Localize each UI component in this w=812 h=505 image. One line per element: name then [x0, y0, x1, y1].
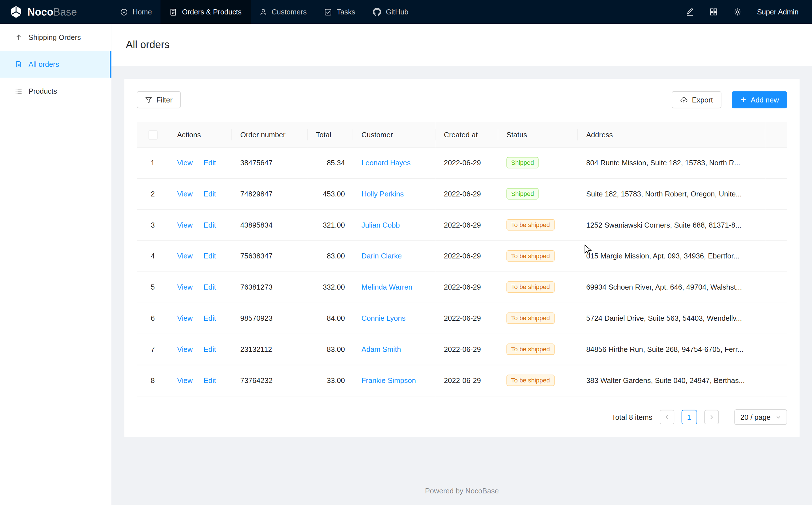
edit-link[interactable]: Edit — [204, 376, 216, 384]
edit-link[interactable]: Edit — [204, 345, 216, 353]
table-row: 8 ViewEdit 73764232 33.00 Frankie Simpso… — [137, 365, 787, 396]
divider — [198, 315, 198, 323]
customer-link[interactable]: Holly Perkins — [361, 190, 404, 198]
address-cell: 5724 Daniel Drive, Suite 563, 54403, Wen… — [578, 303, 766, 334]
highlighter-icon[interactable] — [686, 8, 694, 16]
edit-link[interactable]: Edit — [204, 159, 216, 167]
nocobase-logo[interactable]: NocoBase — [0, 5, 111, 19]
github-icon — [373, 8, 381, 16]
view-link[interactable]: View — [177, 159, 193, 167]
sidebar-item-shipping-orders[interactable]: Shipping Orders — [0, 24, 111, 51]
status-badge: To be shipped — [506, 375, 555, 386]
page-title: All orders — [126, 39, 170, 51]
sidebar-item-label: Shipping Orders — [29, 33, 81, 41]
created-at-cell: 2022-06-29 — [436, 365, 498, 396]
page-size-value: 20 / page — [741, 413, 771, 421]
filter-button[interactable]: Filter — [137, 91, 181, 108]
address-cell: 69934 Schoen River, Apt. 646, 49704, Wal… — [578, 272, 766, 303]
nav-tasks-label: Tasks — [337, 8, 355, 16]
nav-orders-products-label: Orders & Products — [182, 8, 242, 16]
edit-link[interactable]: Edit — [204, 314, 216, 322]
sidebar-item-products[interactable]: Products — [0, 78, 111, 105]
main-area: All orders Filter — [111, 24, 812, 505]
sidebar-item-all-orders[interactable]: All orders — [0, 51, 111, 77]
view-link[interactable]: View — [177, 252, 193, 260]
row-index-cell: 7 — [137, 334, 169, 365]
customer-link[interactable]: Frankie Simpson — [361, 376, 416, 384]
divider — [198, 346, 198, 354]
topbar: NocoBase Home Orders & Products Customer… — [0, 0, 812, 24]
status-badge: Shipped — [506, 157, 539, 168]
total-cell: 84.00 — [307, 303, 353, 334]
edit-link[interactable]: Edit — [204, 283, 216, 291]
view-link[interactable]: View — [177, 283, 193, 291]
divider — [198, 222, 198, 229]
view-link[interactable]: View — [177, 221, 193, 229]
nav-home-label: Home — [133, 8, 152, 16]
topbar-right: Super Admin — [686, 8, 812, 16]
view-link[interactable]: View — [177, 345, 193, 353]
view-link[interactable]: View — [177, 190, 193, 198]
page-1-button[interactable]: 1 — [681, 409, 697, 424]
plus-icon — [740, 96, 747, 103]
add-new-button[interactable]: Add new — [731, 91, 787, 108]
order-file-icon — [15, 60, 22, 68]
customer-link[interactable]: Julian Cobb — [361, 221, 400, 229]
cloud-export-icon — [680, 96, 688, 104]
customer-link[interactable]: Darin Clarke — [361, 252, 402, 260]
customer-link[interactable]: Leonard Hayes — [361, 159, 411, 167]
prev-page-button[interactable] — [659, 409, 674, 424]
created-at-cell: 2022-06-29 — [436, 303, 498, 334]
address-cell: Suite 182, 15783, North Robert, Oregon, … — [578, 178, 766, 209]
edit-link[interactable]: Edit — [204, 190, 216, 198]
export-button[interactable]: Export — [672, 91, 721, 108]
nav-github[interactable]: GitHub — [364, 0, 417, 24]
order-number-cell: 74829847 — [232, 178, 307, 209]
total-cell: 33.00 — [307, 365, 353, 396]
table-row: 1 ViewEdit 38475647 85.34 Leonard Hayes … — [137, 147, 787, 178]
page-size-select[interactable]: 20 / page — [734, 409, 787, 425]
total-cell: 321.00 — [307, 209, 353, 240]
add-new-button-label: Add new — [751, 96, 779, 104]
customer-link[interactable]: Melinda Warren — [361, 283, 413, 291]
orders-table: Actions Order number Total Customer Crea… — [137, 122, 787, 396]
column-header-status: Status — [498, 122, 578, 147]
user-menu[interactable]: Super Admin — [757, 8, 799, 16]
divider — [198, 160, 198, 167]
address-cell: 1252 Swaniawski Corners, Suite 688, 8137… — [578, 209, 766, 240]
customer-link[interactable]: Connie Lyons — [361, 314, 406, 322]
edit-link[interactable]: Edit — [204, 221, 216, 229]
order-number-cell: 76381273 — [232, 272, 307, 303]
table-row: 5 ViewEdit 76381273 332.00 Melinda Warre… — [137, 272, 787, 303]
order-number-cell: 98570923 — [232, 303, 307, 334]
view-link[interactable]: View — [177, 314, 193, 322]
address-cell: 84856 Hirthe Run, Suite 268, 94754-6705,… — [578, 334, 766, 365]
nav-orders-products[interactable]: Orders & Products — [161, 0, 250, 24]
view-link[interactable]: View — [177, 376, 193, 384]
gear-icon[interactable] — [733, 8, 742, 16]
column-header-order-number: Order number — [232, 122, 307, 147]
order-number-cell: 23132112 — [232, 334, 307, 365]
tasks-icon — [324, 8, 332, 16]
select-all-checkbox[interactable] — [148, 131, 157, 139]
nav-home[interactable]: Home — [111, 0, 161, 24]
edit-link[interactable]: Edit — [204, 252, 216, 260]
logo-text: NocoBase — [27, 6, 77, 18]
apps-grid-icon[interactable] — [709, 8, 718, 16]
customer-link[interactable]: Adam Smith — [361, 345, 401, 354]
arrow-up-icon — [15, 34, 22, 41]
nav-customers-label: Customers — [272, 8, 307, 16]
table-row: 3 ViewEdit 43895834 321.00 Julian Cobb 2… — [137, 209, 787, 240]
row-index-cell: 3 — [137, 209, 169, 240]
total-cell: 83.00 — [307, 240, 353, 272]
filter-icon — [145, 96, 153, 104]
table-row: 7 ViewEdit 23132112 83.00 Adam Smith 202… — [137, 334, 787, 365]
sidebar: Shipping Orders All orders Products — [0, 24, 111, 505]
total-cell: 83.00 — [307, 334, 353, 365]
powered-by-footer: Powered by NocoBase — [124, 486, 800, 495]
next-page-button[interactable] — [704, 409, 719, 424]
column-header-spacer — [765, 122, 787, 147]
divider — [198, 377, 198, 385]
nav-customers[interactable]: Customers — [250, 0, 315, 24]
nav-tasks[interactable]: Tasks — [315, 0, 364, 24]
